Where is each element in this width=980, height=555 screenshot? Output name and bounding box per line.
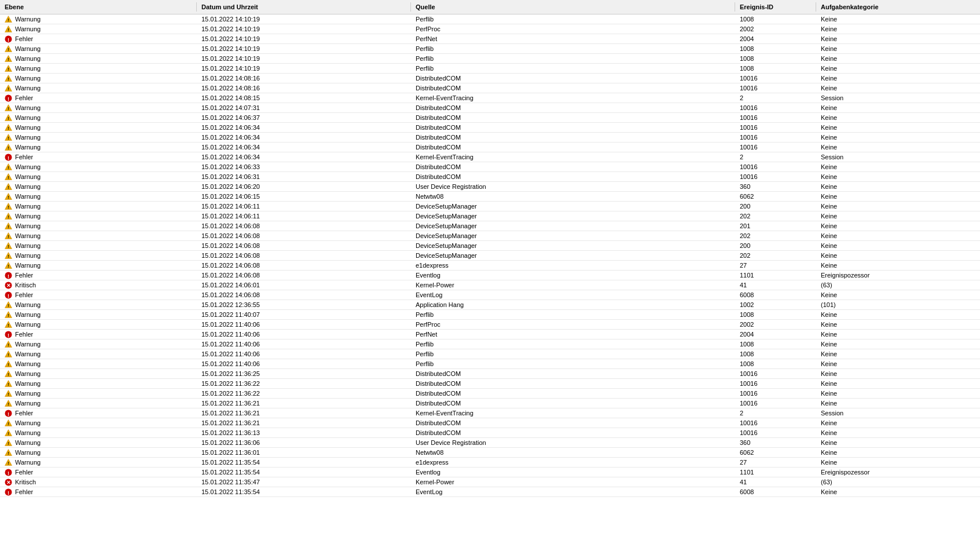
cell-source: DistributedCOM: [411, 133, 735, 142]
level-text: Warnung: [15, 222, 41, 229]
cell-level: ! Warnung: [0, 83, 197, 93]
table-row[interactable]: ! Warnung 15.01.2022 14:08:16 Distribute…: [0, 74, 980, 83]
table-row[interactable]: ! Warnung 15.01.2022 14:06:15 Netwtw08 6…: [0, 192, 980, 202]
table-row[interactable]: ! Warnung 15.01.2022 11:36:01 Netwtw08 6…: [0, 448, 980, 458]
cell-task-category: Keine: [816, 54, 980, 63]
table-row[interactable]: ! Warnung 15.01.2022 11:36:22 Distribute…: [0, 379, 980, 389]
table-row[interactable]: ! Warnung 15.01.2022 14:06:34 Distribute…: [0, 133, 980, 143]
table-row[interactable]: ! Warnung 15.01.2022 14:06:20 User Devic…: [0, 182, 980, 192]
table-row[interactable]: ! Warnung 15.01.2022 14:06:34 Distribute…: [0, 143, 980, 152]
cell-source: DistributedCOM: [411, 389, 735, 398]
cell-source: User Device Registration: [411, 182, 735, 191]
table-row[interactable]: ! Fehler 15.01.2022 14:06:08 Eventlog 11…: [0, 271, 980, 280]
table-row[interactable]: ! Warnung 15.01.2022 11:35:54 e1dexpress…: [0, 458, 980, 468]
table-row[interactable]: ! Warnung 15.01.2022 14:08:16 Distribute…: [0, 83, 980, 93]
error-icon: !: [5, 468, 13, 476]
cell-event-id: 1008: [735, 54, 816, 63]
warning-icon: !: [5, 439, 13, 447]
cell-datetime: 15.01.2022 11:40:06: [197, 339, 411, 349]
table-row[interactable]: ! Warnung 15.01.2022 14:06:11 DeviceSetu…: [0, 202, 980, 211]
warning-icon: !: [5, 74, 13, 82]
table-row[interactable]: ! Warnung 15.01.2022 11:36:13 Distribute…: [0, 428, 980, 438]
table-row[interactable]: ! Warnung 15.01.2022 14:06:34 Distribute…: [0, 123, 980, 133]
level-text: Warnung: [15, 390, 41, 397]
table-row[interactable]: ! Warnung 15.01.2022 14:06:11 DeviceSetu…: [0, 211, 980, 221]
cell-event-id: 6062: [735, 192, 816, 201]
svg-text:!: !: [8, 185, 9, 189]
table-row[interactable]: ! Warnung 15.01.2022 11:36:21 Distribute…: [0, 399, 980, 408]
cell-source: DeviceSetupManager: [411, 202, 735, 211]
cell-datetime: 15.01.2022 14:06:11: [197, 211, 411, 221]
cell-source: DistributedCOM: [411, 172, 735, 181]
table-row[interactable]: ! Warnung 15.01.2022 14:06:08 DeviceSetu…: [0, 241, 980, 251]
level-text: Fehler: [15, 35, 33, 42]
table-row[interactable]: ! Warnung 15.01.2022 14:06:08 e1dexpress…: [0, 261, 980, 271]
table-row[interactable]: ! Warnung 15.01.2022 11:36:06 User Devic…: [0, 438, 980, 448]
svg-text:!: !: [8, 57, 9, 61]
table-row[interactable]: ! Warnung 15.01.2022 11:40:06 PerfProc 2…: [0, 320, 980, 330]
cell-datetime: 15.01.2022 11:36:13: [197, 428, 411, 437]
table-body: ! Warnung 15.01.2022 14:10:19 Perflib 10…: [0, 14, 980, 497]
table-row[interactable]: ! Fehler 15.01.2022 11:36:21 Kernel-Even…: [0, 408, 980, 418]
cell-source: DeviceSetupManager: [411, 221, 735, 231]
svg-text:!: !: [8, 126, 9, 130]
warning-icon: !: [5, 232, 13, 240]
cell-datetime: 15.01.2022 14:06:34: [197, 123, 411, 132]
cell-source: DeviceSetupManager: [411, 241, 735, 250]
cell-task-category: Keine: [816, 448, 980, 457]
cell-event-id: 10016: [735, 113, 816, 122]
table-row[interactable]: ! Fehler 15.01.2022 14:06:08 EventLog 60…: [0, 290, 980, 300]
warning-icon: !: [5, 389, 13, 397]
table-row[interactable]: ! Fehler 15.01.2022 14:08:15 Kernel-Even…: [0, 93, 980, 103]
table-row[interactable]: ! Warnung 15.01.2022 11:36:21 Distribute…: [0, 418, 980, 428]
table-row[interactable]: ! Warnung 15.01.2022 14:06:31 Distribute…: [0, 172, 980, 182]
cell-task-category: Keine: [816, 34, 980, 43]
table-row[interactable]: ! Warnung 15.01.2022 14:06:37 Distribute…: [0, 113, 980, 123]
table-row[interactable]: ! Fehler 15.01.2022 11:35:54 EventLog 60…: [0, 487, 980, 497]
cell-level: ! Warnung: [0, 379, 197, 388]
table-row[interactable]: ! Warnung 15.01.2022 11:40:07 Perflib 10…: [0, 310, 980, 320]
cell-source: EventLog: [411, 487, 735, 496]
table-row[interactable]: ! Fehler 15.01.2022 11:35:54 Eventlog 11…: [0, 468, 980, 477]
warning-icon: !: [5, 25, 13, 33]
table-row[interactable]: ! Warnung 15.01.2022 11:40:06 Perflib 10…: [0, 339, 980, 349]
level-text: Warnung: [15, 193, 41, 200]
cell-event-id: 2: [735, 152, 816, 162]
svg-text:!: !: [8, 343, 9, 347]
table-row[interactable]: ! Warnung 15.01.2022 11:40:06 Perflib 10…: [0, 359, 980, 369]
table-row[interactable]: ! Warnung 15.01.2022 14:06:33 Distribute…: [0, 162, 980, 172]
cell-event-id: 2004: [735, 330, 816, 339]
table-row[interactable]: ! Warnung 15.01.2022 14:06:08 DeviceSetu…: [0, 251, 980, 261]
table-row[interactable]: ✕ Kritisch 15.01.2022 14:06:01 Kernel-Po…: [0, 280, 980, 290]
svg-text:!: !: [8, 235, 9, 239]
table-row[interactable]: ! Warnung 15.01.2022 14:07:31 Distribute…: [0, 103, 980, 113]
table-row[interactable]: ! Fehler 15.01.2022 11:40:06 PerfNet 200…: [0, 330, 980, 339]
cell-level: ! Warnung: [0, 438, 197, 447]
error-icon: !: [5, 488, 13, 496]
table-row[interactable]: ✕ Kritisch 15.01.2022 11:35:47 Kernel-Po…: [0, 477, 980, 487]
table-row[interactable]: ! Warnung 15.01.2022 14:06:08 DeviceSetu…: [0, 221, 980, 231]
table-row[interactable]: ! Warnung 15.01.2022 14:10:19 Perflib 10…: [0, 14, 980, 24]
header-event-id: Ereignis-ID: [735, 2, 816, 12]
table-row[interactable]: ! Warnung 15.01.2022 14:10:19 PerfProc 2…: [0, 24, 980, 34]
level-text: Warnung: [15, 242, 41, 249]
table-row[interactable]: ! Fehler 15.01.2022 14:06:34 Kernel-Even…: [0, 152, 980, 162]
cell-datetime: 15.01.2022 14:06:08: [197, 290, 411, 300]
table-row[interactable]: ! Warnung 15.01.2022 11:36:25 Distribute…: [0, 369, 980, 379]
table-row[interactable]: ! Warnung 15.01.2022 12:36:55 Applicatio…: [0, 300, 980, 310]
table-row[interactable]: ! Warnung 15.01.2022 14:10:19 Perflib 10…: [0, 64, 980, 74]
warning-icon: !: [5, 15, 13, 23]
table-row[interactable]: ! Fehler 15.01.2022 14:10:19 PerfNet 200…: [0, 34, 980, 44]
svg-text:!: !: [8, 155, 9, 160]
cell-datetime: 15.01.2022 11:36:22: [197, 389, 411, 398]
warning-icon: !: [5, 320, 13, 328]
table-row[interactable]: ! Warnung 15.01.2022 14:10:19 Perflib 10…: [0, 54, 980, 64]
table-row[interactable]: ! Warnung 15.01.2022 11:36:22 Distribute…: [0, 389, 980, 399]
table-row[interactable]: ! Warnung 15.01.2022 14:10:19 Perflib 10…: [0, 44, 980, 54]
cell-task-category: (63): [816, 280, 980, 290]
cell-level: ! Warnung: [0, 369, 197, 378]
cell-event-id: 1008: [735, 64, 816, 73]
cell-task-category: Keine: [816, 143, 980, 152]
table-row[interactable]: ! Warnung 15.01.2022 11:40:06 Perflib 10…: [0, 349, 980, 359]
table-row[interactable]: ! Warnung 15.01.2022 14:06:08 DeviceSetu…: [0, 231, 980, 241]
